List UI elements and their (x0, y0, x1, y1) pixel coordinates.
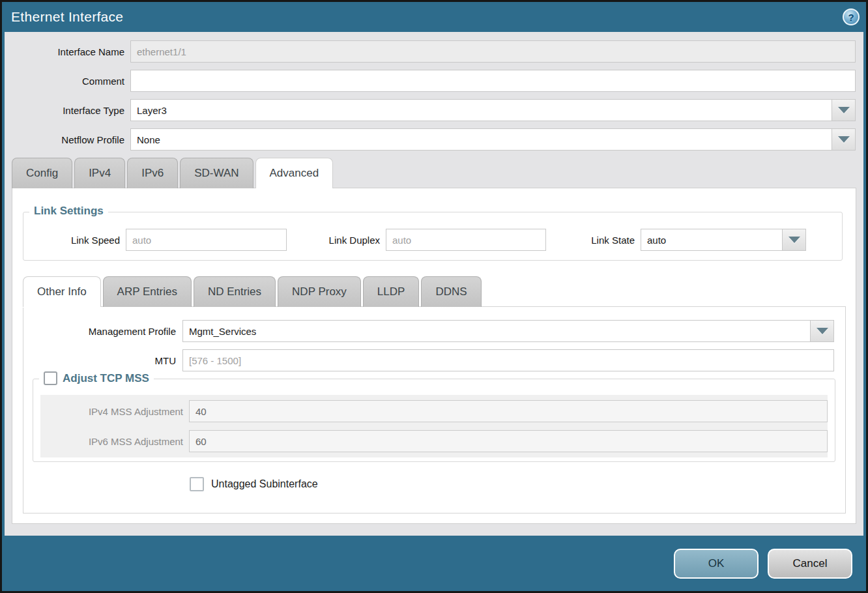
netflow-profile-row: Netflow Profile (5, 128, 863, 151)
help-icon-glyph: ? (848, 12, 854, 23)
link-duplex-group: Link Duplex (318, 229, 546, 251)
ethernet-interface-dialog: Ethernet Interface ? Interface Name Comm… (0, 0, 868, 593)
mtu-input[interactable] (182, 349, 834, 371)
management-profile-dropdown-button[interactable] (810, 320, 834, 342)
interface-type-row: Interface Type (5, 99, 863, 121)
interface-type-combo (130, 99, 856, 121)
ipv4-mss-input (189, 400, 828, 422)
link-speed-label: Link Speed (31, 235, 126, 246)
tab-ndp-proxy[interactable]: NDP Proxy (278, 276, 361, 307)
link-speed-group: Link Speed (31, 229, 287, 251)
interface-name-label: Interface Name (5, 46, 130, 57)
comment-label: Comment (5, 76, 130, 87)
ipv4-mss-label: IPv4 MSS Adjustment (40, 406, 189, 417)
comment-input[interactable] (130, 70, 856, 92)
mtu-row: MTU (23, 349, 845, 371)
link-state-combo (641, 229, 806, 251)
mtu-label: MTU (23, 355, 182, 366)
management-profile-row: Management Profile (23, 320, 845, 342)
interface-type-dropdown-button[interactable] (832, 99, 856, 121)
ok-button[interactable]: OK (674, 549, 759, 579)
adjust-tcp-mss-legend-text: Adjust TCP MSS (63, 372, 149, 385)
tab-lldp[interactable]: LLDP (363, 276, 420, 307)
link-settings-legend-text: Link Settings (34, 205, 104, 218)
dialog-titlebar: Ethernet Interface ? (2, 2, 866, 32)
sub-tabstrip: Other Info ARP Entries ND Entries NDP Pr… (23, 276, 850, 307)
tab-other-info[interactable]: Other Info (23, 276, 101, 307)
ipv6-mss-input (189, 430, 828, 452)
ipv6-mss-label: IPv6 MSS Adjustment (40, 436, 189, 447)
management-profile-combo (182, 320, 834, 342)
mss-disabled-block: IPv4 MSS Adjustment IPv6 MSS Adjustment (40, 395, 828, 457)
tab-arp-entries[interactable]: ARP Entries (103, 276, 192, 307)
dialog-footer: OK Cancel (2, 536, 866, 591)
main-tabstrip: Config IPv4 IPv6 SD-WAN Advanced (5, 158, 863, 188)
adjust-tcp-mss-checkbox[interactable] (44, 371, 57, 385)
tab-ddns[interactable]: DDNS (421, 276, 481, 307)
netflow-profile-dropdown-button[interactable] (832, 128, 856, 151)
tab-config[interactable]: Config (12, 158, 72, 188)
link-speed-input[interactable] (126, 229, 287, 251)
management-profile-input[interactable] (182, 320, 810, 342)
tab-nd-entries[interactable]: ND Entries (194, 276, 276, 307)
link-state-group: Link State (583, 229, 806, 251)
tab-ipv4[interactable]: IPv4 (74, 158, 125, 188)
netflow-profile-label: Netflow Profile (5, 134, 130, 145)
untagged-subinterface-label: Untagged Subinterface (211, 478, 318, 490)
ipv4-mss-row: IPv4 MSS Adjustment (40, 400, 828, 422)
tab-ipv6[interactable]: IPv6 (127, 158, 178, 188)
link-duplex-input[interactable] (386, 229, 546, 251)
netflow-profile-input[interactable] (130, 128, 832, 151)
dialog-title: Ethernet Interface (11, 9, 123, 25)
link-settings-legend: Link Settings (29, 205, 108, 218)
link-settings-fieldset: Link Settings Link Speed Link Duplex Lin… (23, 212, 843, 261)
cancel-button[interactable]: Cancel (768, 549, 852, 579)
link-state-input[interactable] (641, 229, 782, 251)
dialog-body: Interface Name Comment Interface Type (5, 32, 863, 536)
interface-name-input (130, 40, 856, 63)
management-profile-label: Management Profile (23, 326, 182, 337)
interface-type-label: Interface Type (5, 105, 130, 116)
chevron-down-icon (838, 136, 850, 143)
other-info-panel: Management Profile MTU (23, 306, 846, 513)
interface-type-input[interactable] (130, 99, 832, 121)
tab-sdwan[interactable]: SD-WAN (180, 158, 253, 188)
adjust-tcp-mss-fieldset: Adjust TCP MSS IPv4 MSS Adjustment IPv6 … (33, 379, 835, 462)
untagged-subinterface-checkbox[interactable] (190, 477, 204, 491)
chevron-down-icon (817, 328, 828, 334)
help-icon[interactable]: ? (843, 8, 860, 25)
netflow-profile-combo (130, 128, 856, 151)
advanced-tab-panel: Link Settings Link Speed Link Duplex Lin… (12, 188, 856, 524)
link-state-label: Link State (583, 235, 641, 246)
link-settings-row: Link Speed Link Duplex Link State (31, 229, 834, 251)
untagged-subinterface-row: Untagged Subinterface (190, 477, 845, 491)
link-duplex-label: Link Duplex (318, 235, 386, 246)
link-state-dropdown-button[interactable] (782, 229, 806, 251)
chevron-down-icon (788, 237, 800, 243)
adjust-tcp-mss-legend: Adjust TCP MSS (39, 371, 154, 385)
ipv6-mss-row: IPv6 MSS Adjustment (40, 430, 828, 452)
tab-advanced[interactable]: Advanced (255, 158, 334, 188)
comment-row: Comment (5, 70, 863, 92)
interface-name-row: Interface Name (5, 40, 863, 63)
chevron-down-icon (838, 107, 850, 113)
